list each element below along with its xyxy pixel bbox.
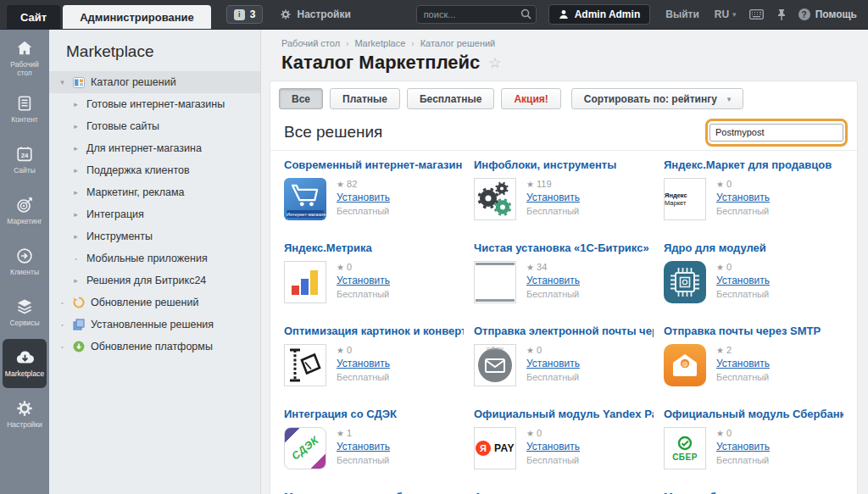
sidebar-item[interactable]: ▸Решения для Битрикс24 — [49, 269, 260, 291]
card-title[interactable]: Инфоблоки, инструменты — [474, 158, 654, 171]
card-title[interactable]: Отправка электронной почты чере... — [474, 325, 654, 337]
sidebar-item[interactable]: ▪Обновление платформы — [49, 336, 260, 358]
star-icon: ★ — [337, 180, 344, 189]
iconbar-item-gear[interactable]: Настройки — [3, 390, 47, 439]
card-title[interactable]: Современный интернет-магазин — [284, 158, 464, 171]
star-icon: ★ — [526, 263, 534, 272]
card-title[interactable]: Модуль быстрое копирование инф... — [664, 491, 843, 494]
sdek-logo[interactable]: СДЭК — [284, 427, 326, 469]
rating: ★ 0 — [716, 179, 770, 189]
install-link[interactable]: Установить — [716, 191, 770, 203]
iconbar-item-arrow-circle[interactable]: Клиенты — [3, 237, 47, 286]
card-title[interactable]: Чистая установка «1С-Битрикс» — [474, 241, 654, 254]
install-link[interactable]: Установить — [526, 358, 580, 369]
notifications-badge[interactable]: i 3 — [226, 5, 264, 24]
filter-promo-button[interactable]: Акция! — [501, 88, 560, 109]
card-title[interactable]: Яндекс.Метрика — [284, 241, 464, 254]
sidebar-item[interactable]: ▾Каталог решений — [49, 71, 260, 93]
install-link[interactable]: Установить — [337, 358, 390, 369]
chip-icon[interactable] — [664, 261, 706, 303]
cart-icon[interactable]: Интернет-магазин — [284, 178, 326, 220]
search-icon[interactable] — [520, 8, 531, 19]
search-input[interactable] — [416, 5, 537, 24]
sidebar-item[interactable]: ▪Установленные решения — [49, 314, 260, 336]
install-link[interactable]: Установить — [337, 275, 390, 286]
yandex-market-logo[interactable]: Яндекс Маркет — [664, 178, 706, 220]
pin-icon[interactable] — [776, 8, 787, 21]
yandex-pay-logo[interactable]: ЯPAY — [474, 427, 516, 469]
chevron-collapsed-icon: ▸ — [71, 144, 81, 153]
sidebar-item[interactable]: ▸Готовые сайты — [49, 115, 260, 137]
mail-orange-icon[interactable]: @ — [664, 344, 706, 386]
filter-free-button[interactable]: Бесплатные — [407, 88, 494, 109]
sidebar-item[interactable]: ▸Инструменты — [49, 225, 260, 247]
iconbar-item-cloud-download[interactable]: Marketplace — [3, 339, 47, 388]
solution-search-input[interactable] — [709, 124, 843, 142]
install-link[interactable]: Установить — [716, 275, 770, 286]
sidebar-item[interactable]: ▸Интеграция — [49, 203, 260, 225]
sidebar-item[interactable]: ▸Для интернет-магазина — [49, 137, 260, 159]
gears-icon[interactable] — [474, 178, 516, 220]
mail-circle-icon[interactable]: руБиру — [474, 344, 516, 386]
card-title[interactable]: Официальный модуль Сбербанк и... — [664, 408, 843, 420]
keyboard-icon[interactable] — [749, 9, 764, 19]
chevron-expanded-icon: ▾ — [58, 78, 67, 86]
tab-site[interactable]: Сайт — [7, 5, 60, 29]
install-link[interactable]: Установить — [526, 191, 580, 203]
blank-box-icon[interactable] — [474, 261, 516, 303]
image-press-icon[interactable] — [284, 344, 326, 386]
tab-admin[interactable]: Администрирование — [63, 5, 211, 29]
iconbar-item-document[interactable]: Контент — [3, 85, 47, 134]
star-icon: ★ — [716, 429, 724, 438]
info-icon: i — [234, 9, 245, 20]
install-link[interactable]: Установить — [337, 191, 390, 203]
filter-all-button[interactable]: Все — [279, 88, 323, 109]
language-selector[interactable]: RU ▾ — [715, 8, 737, 20]
favorite-star-icon[interactable]: ☆ — [488, 54, 501, 72]
install-link[interactable]: Установить — [716, 441, 770, 452]
topbar-settings-button[interactable]: Настройки — [280, 8, 350, 20]
bar-chart-icon[interactable] — [284, 261, 326, 303]
yandex-badge-icon: Я — [476, 441, 491, 456]
language-label: RU — [715, 8, 729, 20]
catalog-panel: Все Платные Бесплатные Акция! Сортироват… — [270, 80, 858, 494]
sidebar-item[interactable]: ▸Готовые интернет-магазины — [49, 93, 260, 115]
logout-link[interactable]: Выйти — [665, 8, 699, 20]
card-title[interactable]: Интеграция со СДЭК — [284, 408, 464, 420]
help-link[interactable]: ? Помощь — [798, 8, 857, 20]
sber-logo[interactable]: СБЕР — [664, 427, 706, 469]
install-link[interactable]: Установить — [526, 275, 580, 286]
solution-card: Чистая установка «1С-Битрикс»★ 34Установ… — [474, 241, 654, 325]
card-title[interactable]: Оптимизация картинок и конверта... — [284, 325, 464, 337]
breadcrumb-item[interactable]: Каталог решений — [420, 38, 496, 48]
sidebar-item[interactable]: ▸Поддержка клиентов — [49, 159, 260, 181]
card-title[interactable]: Отправка почты через SMTP — [664, 325, 843, 337]
iconbar-item-layers[interactable]: Сервисы — [3, 288, 47, 337]
card-title[interactable]: Агенты на кроне — [474, 491, 654, 494]
iconbar-item-calendar-24[interactable]: 24Сайты — [3, 136, 47, 185]
breadcrumb-item[interactable]: Marketplace — [354, 38, 405, 48]
breadcrumb-item[interactable]: Рабочий стол — [281, 38, 340, 48]
install-link[interactable]: Установить — [526, 441, 580, 452]
filter-paid-button[interactable]: Платные — [330, 88, 400, 109]
user-menu-button[interactable]: Admin Admin — [548, 4, 651, 25]
sidebar-item[interactable]: ▪Обновление решений — [49, 291, 260, 314]
card-title[interactable]: Миграции для разработчиков — [284, 491, 464, 494]
iconbar-item-target[interactable]: Маркетинг — [3, 186, 47, 236]
rating: ★ 82 — [337, 179, 390, 189]
solution-card: Яндекс.Метрика★ 0УстановитьБесплатный — [284, 241, 464, 325]
chevron-collapsed-icon: ▸ — [71, 122, 81, 130]
star-icon: ★ — [716, 263, 724, 272]
card-title[interactable]: Ядро для модулей — [664, 241, 843, 254]
install-link[interactable]: Установить — [716, 358, 770, 369]
sort-dropdown[interactable]: Сортировать по: рейтингу ▾ — [571, 88, 744, 109]
iconbar-item-home[interactable]: Рабочий стол — [3, 34, 47, 83]
sidebar-item[interactable]: ▪Мобильные приложения — [49, 247, 260, 269]
sidebar-item[interactable]: ▸Маркетинг, реклама — [49, 181, 260, 203]
card-title[interactable]: Яндекс.Маркет для продавцов — [664, 158, 843, 171]
card-title[interactable]: Официальный модуль Yandex Pay — [474, 408, 654, 420]
install-link[interactable]: Установить — [337, 441, 390, 452]
star-icon: ★ — [337, 429, 344, 438]
star-icon: ★ — [716, 180, 724, 189]
update-icon — [73, 297, 85, 308]
